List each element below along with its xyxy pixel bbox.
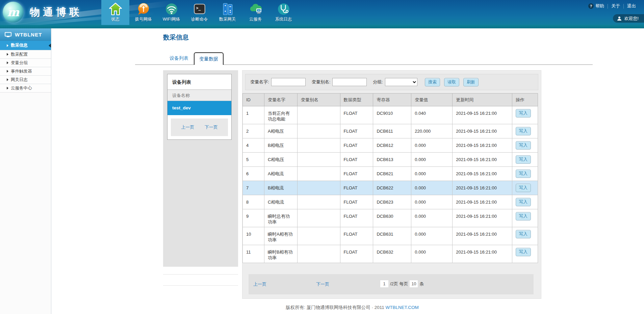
refresh-button[interactable]: 刷新 xyxy=(463,78,479,86)
table-row[interactable]: 2A相电压FLOATDCB611220.0002021-09-15 16:21:… xyxy=(243,124,538,138)
cell-id: 5 xyxy=(243,153,264,167)
page-size-unit-label: 条 xyxy=(419,281,424,287)
chevron-right-icon xyxy=(7,70,8,73)
read-button[interactable]: 读取 xyxy=(444,78,459,86)
column-header-操作: 操作 xyxy=(512,94,538,106)
table-row[interactable]: 10瞬时A相有功功率FLOATDCB6310.0002021-09-15 16:… xyxy=(243,227,538,245)
cell-actions: 写入 xyxy=(512,245,538,263)
device-next-page-link[interactable]: 下一页 xyxy=(205,124,218,130)
nav-item-gateway[interactable]: 数采网关 xyxy=(213,0,241,28)
cell-id: 1 xyxy=(243,106,264,124)
page-number-input[interactable] xyxy=(380,280,388,287)
nav-item-home[interactable]: 状态 xyxy=(101,0,129,28)
header-link-about[interactable]: 关于 xyxy=(611,3,620,9)
page-count-label: /2页 每页 xyxy=(390,281,408,287)
write-button[interactable]: 写入 xyxy=(516,141,531,150)
nav-item-dialup-network[interactable]: 拨号网络 xyxy=(129,0,157,28)
sidebar-item-事件触发器[interactable]: 事件触发器 xyxy=(0,67,51,76)
table-prev-page-link[interactable]: 上一页 xyxy=(253,281,266,287)
table-row[interactable]: 4B相电压FLOATDCB6120.0002021-09-15 16:21:00… xyxy=(243,138,538,153)
tab-variable-data[interactable]: 变量数据 xyxy=(194,52,224,65)
var-alias-input[interactable] xyxy=(332,78,367,86)
table-row[interactable]: 8C相电流FLOATDCB6230.0002021-09-15 16:21:00… xyxy=(243,195,538,209)
write-button[interactable]: 写入 xyxy=(516,169,531,178)
write-button[interactable]: 写入 xyxy=(516,198,531,206)
sidebar-item-数采信息[interactable]: 数采信息 xyxy=(0,41,51,50)
table-row[interactable]: 6A相电流FLOATDCB6210.0002021-09-15 16:21:00… xyxy=(243,167,538,181)
table-row[interactable]: 1当前正向有功总电能FLOATDC90100.0402021-09-15 16:… xyxy=(243,106,538,124)
write-button[interactable]: 写入 xyxy=(516,248,531,256)
device-list-header: 设备列表 xyxy=(168,74,231,90)
cell-id: 8 xyxy=(243,195,264,209)
separator xyxy=(623,4,624,8)
write-button[interactable]: 写入 xyxy=(516,155,531,164)
cell-updated: 2021-09-15 16:21:00 xyxy=(453,195,512,209)
nav-item-cloud-service[interactable]: ✦云服务 xyxy=(241,0,269,28)
cell-name: B相电流 xyxy=(264,181,297,195)
sidebar-item-变量分组[interactable]: 变量分组 xyxy=(0,59,51,67)
page-size-input[interactable] xyxy=(410,280,418,287)
write-button[interactable]: 写入 xyxy=(516,109,531,117)
sidebar-item-label: 云服务中心 xyxy=(11,85,32,91)
write-button[interactable]: 写入 xyxy=(516,127,531,135)
cell-register: DCB622 xyxy=(373,181,411,195)
cell-alias xyxy=(297,227,340,245)
sidebar-item-网关日志[interactable]: 网关日志 xyxy=(0,76,51,84)
header-link-help[interactable]: ?帮助 xyxy=(588,3,604,9)
header-link-logout[interactable]: 退出 xyxy=(627,3,636,9)
cell-name: B相电压 xyxy=(264,138,297,153)
sidebar-brand-label: WTBLNET xyxy=(15,32,42,37)
table-row[interactable]: 11瞬时B相有功功率FLOATDCB6320.0002021-09-15 16:… xyxy=(243,245,538,263)
var-name-input[interactable] xyxy=(271,78,306,86)
write-button[interactable]: 写入 xyxy=(516,230,531,238)
page-controls: /2页 每页 条 xyxy=(379,280,424,287)
top-header: m 物通博联 状态拨号网络WIFI网络>_诊断命令数采网关✦云服务系统日志 ?帮… xyxy=(0,0,644,28)
cell-updated: 2021-09-15 16:21:00 xyxy=(453,245,512,263)
help-icon: ? xyxy=(588,3,594,9)
cell-alias xyxy=(297,245,340,263)
nav-item-wifi-network[interactable]: WIFI网络 xyxy=(157,0,185,28)
cell-id: 4 xyxy=(243,138,264,153)
cell-actions: 写入 xyxy=(512,153,538,167)
chevron-right-icon xyxy=(7,53,8,56)
cell-updated: 2021-09-15 16:21:00 xyxy=(453,153,512,167)
cell-type: FLOAT xyxy=(340,106,373,124)
device-row-test_dev[interactable]: test_dev xyxy=(168,101,231,115)
tab-device-list[interactable]: 设备列表 xyxy=(170,55,188,61)
header-link-label: 退出 xyxy=(627,3,636,9)
device-prev-page-link[interactable]: 上一页 xyxy=(181,124,194,130)
cloud-service-icon: ✦ xyxy=(241,2,269,16)
home-icon xyxy=(101,2,129,16)
sidebar-item-数采配置[interactable]: 数采配置 xyxy=(0,50,51,59)
welcome-badge[interactable]: 欢迎您! xyxy=(613,14,644,23)
table-next-page-link[interactable]: 下一页 xyxy=(316,281,329,287)
cell-name: 瞬时B相有功功率 xyxy=(264,245,297,263)
group-select[interactable] xyxy=(385,78,417,86)
cell-id: 9 xyxy=(243,209,264,227)
write-button[interactable]: 写入 xyxy=(516,184,531,192)
cell-updated: 2021-09-15 16:21:00 xyxy=(453,138,512,153)
system-log-icon xyxy=(269,2,298,16)
table-row[interactable]: 7B相电流FLOATDCB6220.0002021-09-15 16:21:00… xyxy=(243,181,538,195)
nav-item-terminal[interactable]: >_诊断命令 xyxy=(185,0,213,28)
cell-alias xyxy=(297,138,340,153)
main-content: 数采信息 设备列表 变量数据 设备列表 设备名称 test_dev 上一页 下一… xyxy=(51,28,644,314)
sidebar-item-云服务中心[interactable]: 云服务中心 xyxy=(0,84,51,93)
sidebar: WTBLNET 状态网关数采信息数采配置变量分组事件触发器网关日志云服务中心网络… xyxy=(0,28,51,314)
wtblnet-link[interactable]: WTBLNET.COM xyxy=(386,305,419,310)
table-row[interactable]: 9瞬时总有功功率FLOATDCB6300.0002021-09-15 16:21… xyxy=(243,209,538,227)
cell-alias xyxy=(297,167,340,181)
column-header-变量值: 变量值 xyxy=(411,94,453,106)
footer: 版权所有: 厦门物通博联网络科技有限公司 · 2011 WTBLNET.COM xyxy=(163,305,541,311)
gateway-icon xyxy=(213,2,241,16)
brand-logo: m 物通博联 xyxy=(3,2,82,23)
cell-updated: 2021-09-15 16:21:00 xyxy=(453,167,512,181)
search-button[interactable]: 搜索 xyxy=(425,78,440,86)
table-row[interactable]: 5C相电压FLOATDCB6130.0002021-09-15 16:21:00… xyxy=(243,153,538,167)
svg-text:✦: ✦ xyxy=(258,9,260,11)
header-bottom-strip xyxy=(0,25,644,28)
cell-value: 220.000 xyxy=(411,124,453,138)
write-button[interactable]: 写入 xyxy=(516,212,531,220)
nav-item-system-log[interactable]: 系统日志 xyxy=(269,0,298,28)
cell-register: DCB630 xyxy=(373,209,411,227)
